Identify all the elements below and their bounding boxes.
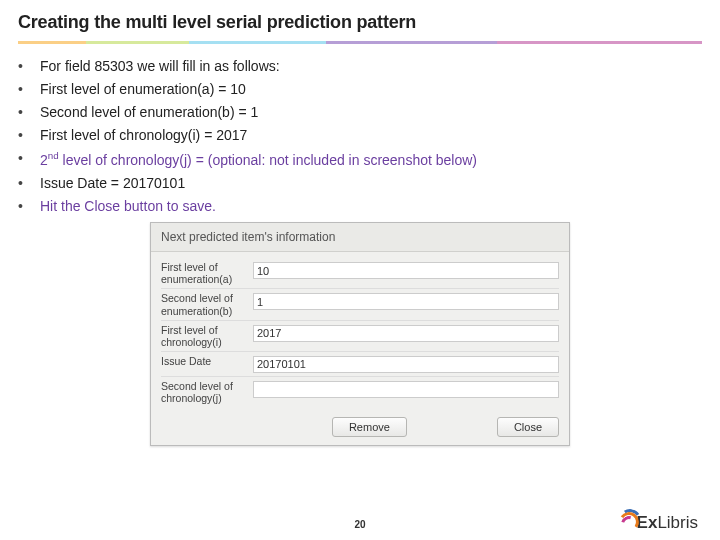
slide-title: Creating the multi level serial predicti… <box>18 12 702 33</box>
bullet-item: •First level of chronology(i) = 2017 <box>18 127 702 143</box>
exlibris-logo: ExLibris <box>609 512 698 534</box>
form-input[interactable] <box>253 381 559 398</box>
form-row: Second level of enumeration(b)1 <box>161 289 559 320</box>
bullet-dot: • <box>18 58 40 74</box>
form-input[interactable]: 20170101 <box>253 356 559 373</box>
bullet-item: •Hit the Close button to save. <box>18 198 702 214</box>
form-row: First level of chronology(i)2017 <box>161 321 559 352</box>
bullet-text: For field 85303 we will fill in as follo… <box>40 58 280 74</box>
panel-header: Next predicted item's information <box>151 223 569 252</box>
bullet-item: •First level of enumeration(a) = 10 <box>18 81 702 97</box>
form-row: Issue Date20170101 <box>161 352 559 377</box>
form-input[interactable]: 2017 <box>253 325 559 342</box>
logo-text: ExLibris <box>637 513 698 533</box>
bullet-text: Hit the Close button to save. <box>40 198 216 214</box>
form-label: Issue Date <box>161 355 253 367</box>
bullet-dot: • <box>18 150 40 166</box>
bullet-dot: • <box>18 81 40 97</box>
bullet-dot: • <box>18 104 40 120</box>
form-input[interactable]: 1 <box>253 293 559 310</box>
bullet-list: •For field 85303 we will fill in as foll… <box>18 58 702 214</box>
form-label: Second level of chronology(j) <box>161 380 253 404</box>
form-label: Second level of enumeration(b) <box>161 292 253 316</box>
bullet-item: •Second level of enumeration(b) = 1 <box>18 104 702 120</box>
close-button[interactable]: Close <box>497 417 559 437</box>
bullet-item: •Issue Date = 20170101 <box>18 175 702 191</box>
form-label: First level of chronology(i) <box>161 324 253 348</box>
panel-body: First level of enumeration(a)10Second le… <box>151 252 569 411</box>
bullet-item: •For field 85303 we will fill in as foll… <box>18 58 702 74</box>
panel-footer: Remove Close <box>151 411 569 445</box>
bullet-dot: • <box>18 175 40 191</box>
remove-button[interactable]: Remove <box>332 417 407 437</box>
bullet-dot: • <box>18 198 40 214</box>
bullet-text: First level of chronology(i) = 2017 <box>40 127 247 143</box>
prediction-panel: Next predicted item's information First … <box>150 222 570 446</box>
form-row: First level of enumeration(a)10 <box>161 258 559 289</box>
form-row: Second level of chronology(j) <box>161 377 559 407</box>
form-input[interactable]: 10 <box>253 262 559 279</box>
bullet-text: 2nd level of chronology(j) = (optional: … <box>40 150 477 168</box>
accent-rule <box>18 41 702 44</box>
logo-arcs-icon <box>609 512 639 534</box>
bullet-dot: • <box>18 127 40 143</box>
bullet-text: First level of enumeration(a) = 10 <box>40 81 246 97</box>
form-label: First level of enumeration(a) <box>161 261 253 285</box>
bullet-item: •2nd level of chronology(j) = (optional:… <box>18 150 702 168</box>
bullet-text: Second level of enumeration(b) = 1 <box>40 104 258 120</box>
bullet-text: Issue Date = 20170101 <box>40 175 185 191</box>
